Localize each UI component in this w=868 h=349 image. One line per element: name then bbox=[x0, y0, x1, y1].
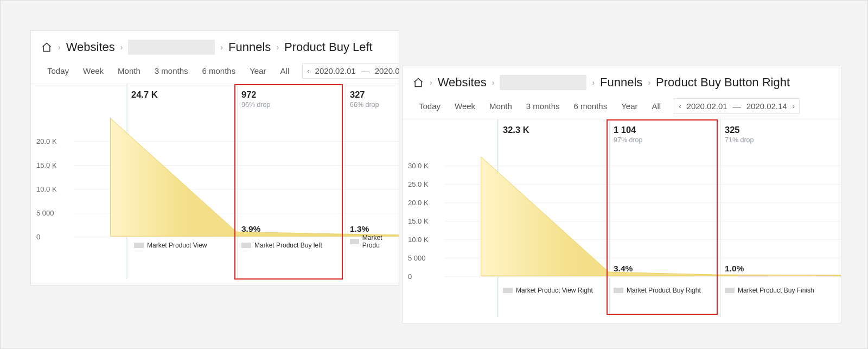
breadcrumb-site-redacted[interactable] bbox=[500, 75, 586, 90]
breadcrumb-funnels[interactable]: Funnels bbox=[600, 75, 642, 90]
chevron-right-icon: › bbox=[592, 78, 595, 87]
legend-swatch bbox=[350, 239, 359, 244]
legend-swatch bbox=[503, 288, 513, 293]
legend-1: Market Product View bbox=[134, 242, 207, 249]
breadcrumb-site-redacted[interactable] bbox=[128, 40, 215, 55]
stage-drop: 96% drop bbox=[241, 101, 271, 109]
legend-label: Market Product Buy Right bbox=[627, 287, 701, 294]
chevron-right-icon: › bbox=[58, 43, 61, 52]
date-from: 2020.02.01 bbox=[687, 101, 727, 111]
home-icon[interactable] bbox=[412, 77, 424, 88]
date-to: 2020.02.14 bbox=[746, 101, 787, 111]
svg-marker-0 bbox=[111, 118, 399, 236]
stage-pct-3: 1.3% bbox=[350, 224, 369, 234]
legend-2: Market Product Buy Right bbox=[614, 287, 701, 294]
legend-label: Market Produ bbox=[362, 234, 399, 249]
stage-drop: 71% drop bbox=[725, 136, 754, 144]
stage-header-3: 327 66% drop bbox=[350, 90, 379, 109]
tab-week[interactable]: Week bbox=[76, 62, 110, 79]
chevron-right-icon: › bbox=[492, 78, 495, 87]
chevron-right-icon: › bbox=[120, 43, 123, 52]
stage-header-2: 1 104 97% drop bbox=[614, 125, 643, 144]
breadcrumb-current: Product Buy Left bbox=[284, 40, 373, 54]
date-sep: — bbox=[733, 101, 741, 111]
legend-label: Market Product Buy Finish bbox=[738, 287, 814, 294]
tab-6months[interactable]: 6 months bbox=[196, 62, 242, 79]
chevron-right-icon: › bbox=[430, 78, 432, 87]
legend-label: Market Product Buy left bbox=[254, 242, 322, 249]
stage-drop: 66% drop bbox=[350, 101, 379, 109]
stage-header-2: 972 96% drop bbox=[241, 90, 271, 109]
tab-year[interactable]: Year bbox=[243, 62, 272, 79]
tab-6months[interactable]: 6 months bbox=[567, 98, 614, 115]
home-icon[interactable] bbox=[41, 42, 53, 53]
tab-today[interactable]: Today bbox=[41, 62, 75, 79]
tab-all[interactable]: All bbox=[274, 62, 296, 79]
stage-value: 325 bbox=[725, 125, 754, 135]
breadcrumb: › Websites › › Funnels › Product Buy But… bbox=[403, 66, 841, 98]
chevron-right-icon: › bbox=[220, 43, 223, 52]
legend-label: Market Product View Right bbox=[516, 287, 593, 294]
panel-left: › Websites › › Funnels › Product Buy Lef… bbox=[30, 30, 399, 285]
legend-label: Market Product View bbox=[147, 242, 207, 249]
stage-value: 24.7 K bbox=[131, 90, 158, 100]
legend-swatch bbox=[614, 288, 623, 293]
tab-week[interactable]: Week bbox=[448, 98, 482, 115]
tab-month[interactable]: Month bbox=[483, 98, 519, 115]
stage-pct-2: 3.4% bbox=[614, 264, 633, 274]
tab-month[interactable]: Month bbox=[111, 62, 147, 79]
funnel-chart-right: 30.0 K 25.0 K 20.0 K 15.0 K 10.0 K 5 000… bbox=[403, 119, 841, 317]
stage-pct-3: 1.0% bbox=[725, 264, 744, 274]
tab-today[interactable]: Today bbox=[412, 98, 447, 115]
legend-1: Market Product View Right bbox=[503, 287, 593, 294]
chevron-left-icon[interactable]: ‹ bbox=[307, 67, 309, 75]
funnel-shape bbox=[31, 84, 399, 279]
chevron-left-icon[interactable]: ‹ bbox=[679, 102, 681, 110]
legend-3: Market Produ bbox=[350, 234, 399, 249]
tab-all[interactable]: All bbox=[646, 98, 668, 115]
svg-marker-1 bbox=[481, 157, 841, 276]
stage-drop: 97% drop bbox=[614, 136, 643, 144]
stage-header-1: 32.3 K bbox=[503, 125, 529, 135]
legend-swatch bbox=[134, 243, 144, 248]
stage-value: 972 bbox=[241, 90, 271, 100]
chevron-right-icon[interactable]: › bbox=[793, 102, 795, 110]
chevron-right-icon: › bbox=[276, 43, 279, 52]
stage-value: 327 bbox=[350, 90, 379, 100]
date-sep: — bbox=[361, 66, 369, 75]
period-tabs: Today Week Month 3 months 6 months Year … bbox=[403, 98, 841, 119]
chevron-right-icon: › bbox=[648, 78, 650, 87]
breadcrumb: › Websites › › Funnels › Product Buy Lef… bbox=[31, 31, 399, 62]
stage-pct-2: 3.9% bbox=[241, 224, 260, 234]
period-tabs: Today Week Month 3 months 6 months Year … bbox=[31, 62, 399, 84]
stage-header-1: 24.7 K bbox=[131, 90, 158, 100]
tab-3months[interactable]: 3 months bbox=[148, 62, 195, 79]
date-range-picker[interactable]: ‹ 2020.02.01 — 2020.02.14 › bbox=[302, 63, 399, 79]
date-from: 2020.02.01 bbox=[315, 66, 356, 75]
legend-2: Market Product Buy left bbox=[241, 242, 322, 249]
tab-year[interactable]: Year bbox=[615, 98, 644, 115]
legend-swatch bbox=[725, 288, 735, 293]
date-to: 2020.02.14 bbox=[375, 66, 399, 75]
breadcrumb-funnels[interactable]: Funnels bbox=[228, 40, 271, 54]
panel-right: › Websites › › Funnels › Product Buy But… bbox=[402, 66, 841, 323]
funnel-chart-left: 20.0 K 15.0 K 10.0 K 5 000 0 24.7 K bbox=[31, 84, 399, 279]
legend-swatch bbox=[241, 243, 251, 248]
stage-header-3: 325 71% drop bbox=[725, 125, 754, 144]
breadcrumb-current: Product Buy Button Right bbox=[656, 75, 790, 90]
tab-3months[interactable]: 3 months bbox=[520, 98, 566, 115]
breadcrumb-websites[interactable]: Websites bbox=[438, 75, 487, 90]
breadcrumb-websites[interactable]: Websites bbox=[66, 40, 115, 54]
date-range-picker[interactable]: ‹ 2020.02.01 — 2020.02.14 › bbox=[674, 98, 800, 114]
stage-value: 1 104 bbox=[614, 125, 643, 135]
legend-3: Market Product Buy Finish bbox=[725, 287, 814, 294]
stage-value: 32.3 K bbox=[503, 125, 529, 135]
